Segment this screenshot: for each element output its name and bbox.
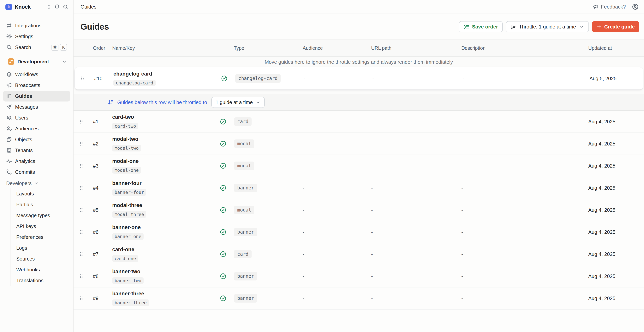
save-order-button[interactable]: Save order (459, 21, 502, 32)
guide-name-key: card-onecard-one (111, 247, 216, 262)
sidebar-item-preferences[interactable]: Preferences (10, 232, 70, 242)
sidebar-item-label: Guides (15, 93, 32, 99)
sidebar-item-layouts[interactable]: Layouts (10, 188, 70, 199)
drag-handle-cell (74, 251, 89, 257)
create-guide-button[interactable]: Create guide (592, 21, 640, 32)
breadcrumb[interactable]: Guides (80, 4, 96, 10)
guide-name-key: changelog-cardchangelog-card (112, 71, 217, 86)
guide-name-key: modal-threemodal-three (111, 202, 216, 218)
guide-name[interactable]: card-two (112, 114, 216, 120)
workspace-selector-icon[interactable] (46, 5, 52, 10)
guide-key: modal-two (112, 145, 141, 151)
guide-name-key: card-twocard-two (111, 114, 216, 129)
guide-type-cell: changelog-card (217, 74, 299, 83)
sidebar-item-audiences[interactable]: Audiences (3, 123, 70, 134)
sidebar-item-logs[interactable]: Logs (10, 242, 70, 253)
drag-handle-icon[interactable] (78, 295, 84, 301)
drag-handle-icon[interactable] (78, 207, 84, 213)
layers-icon (6, 72, 12, 77)
guide-description: - (459, 273, 584, 279)
guide-type-cell: modal (216, 206, 298, 214)
sidebar-item-webhooks[interactable]: Webhooks (10, 264, 70, 275)
throttle-setting-button[interactable]: Throttle: 1 guide at a time (506, 21, 589, 32)
guide-name-key: modal-twomodal-two (111, 136, 216, 151)
environment-icon (8, 58, 14, 65)
sidebar-item-settings[interactable]: Settings (3, 31, 70, 42)
column-header-url-path: URL path (370, 45, 459, 51)
guide-name[interactable]: banner-two (112, 269, 216, 275)
status-check-icon (220, 163, 226, 169)
sidebar-item-search[interactable]: Search⌘K (3, 42, 70, 53)
sidebar-item-message-types[interactable]: Message types (10, 210, 70, 221)
column-header-description: Description (459, 45, 584, 51)
guide-name[interactable]: banner-three (112, 291, 216, 297)
bell-icon[interactable] (54, 4, 60, 10)
drag-handle-cell (74, 163, 89, 169)
guide-name[interactable]: banner-one (112, 224, 216, 230)
guide-order: #6 (89, 229, 111, 235)
guide-updated-at: Aug 4, 2025 (584, 207, 644, 213)
sidebar-item-tenants[interactable]: Tenants (3, 145, 70, 156)
guide-order: #5 (89, 207, 111, 213)
search-shortcut: ⌘K (52, 44, 67, 51)
sidebar-item-guides[interactable]: Guides (3, 91, 70, 102)
account-menu-button[interactable] (632, 4, 638, 10)
guide-order: #10 (90, 76, 112, 82)
status-check-icon (220, 185, 226, 191)
sidebar-item-partials[interactable]: Partials (10, 199, 70, 210)
sidebar-item-messages[interactable]: Messages (3, 102, 70, 112)
guide-description: - (459, 229, 584, 235)
sidebar-item-users[interactable]: Users (3, 112, 70, 123)
save-order-label: Save order (472, 24, 498, 30)
throttle-amount-select[interactable]: 1 guide at a time (211, 97, 265, 108)
copy-icon (6, 137, 12, 142)
search-icon[interactable] (63, 4, 68, 10)
guide-url-path: - (370, 251, 459, 257)
drag-handle-cell (74, 119, 89, 124)
guide-name[interactable]: modal-two (112, 136, 216, 142)
developers-section-toggle[interactable]: Developers (3, 178, 70, 188)
sidebar-item-api-keys[interactable]: API keys (10, 221, 70, 232)
sidebar-item-commits[interactable]: Commits (3, 167, 70, 177)
guide-name[interactable]: changelog-card (114, 71, 217, 77)
drag-handle-icon[interactable] (78, 273, 84, 279)
feedback-button[interactable]: Feedback? (593, 4, 626, 10)
sidebar-item-analytics[interactable]: Analytics (3, 156, 70, 167)
commit-icon (6, 169, 12, 175)
guide-row: #2modal-twomodal-twomodal---Aug 4, 2025 (74, 133, 644, 155)
sidebar-item-workflows[interactable]: Workflows (3, 69, 70, 80)
sidebar-item-broadcasts[interactable]: Broadcasts (3, 80, 70, 91)
sidebar-item-integrations[interactable]: Integrations (3, 20, 70, 31)
drag-handle-icon[interactable] (78, 251, 84, 257)
guide-name[interactable]: modal-three (112, 202, 216, 208)
chevron-down-icon (256, 100, 260, 105)
person-check-icon (6, 126, 12, 132)
throttle-divider-text: Guides below this row will be throttled … (117, 99, 207, 105)
environment-switcher[interactable]: Development (3, 56, 70, 67)
guide-name[interactable]: card-one (112, 247, 216, 253)
guide-audience: - (298, 251, 370, 257)
feedback-label: Feedback? (601, 4, 626, 10)
drag-handle-cell (74, 141, 89, 146)
sidebar-item-label: Broadcasts (15, 82, 40, 88)
drag-handle-icon[interactable] (78, 229, 84, 235)
guide-name[interactable]: banner-four (112, 180, 216, 186)
guide-type-cell: card (216, 117, 298, 126)
drag-handle-icon[interactable] (78, 185, 84, 191)
sidebar-item-translations[interactable]: Translations (10, 275, 70, 286)
sidebar-item-sources[interactable]: Sources (10, 253, 70, 264)
sort-descending-icon (108, 99, 114, 105)
drag-handle-icon[interactable] (78, 163, 84, 169)
sidebar-item-objects[interactable]: Objects (3, 134, 70, 145)
drag-handle-icon[interactable] (78, 141, 84, 146)
guide-name[interactable]: modal-one (112, 158, 216, 164)
guide-key-badge: modal-two (112, 144, 216, 151)
guide-audience: - (298, 119, 370, 125)
page-title: Guides (80, 20, 109, 33)
guide-row: #1card-twocard-twocard---Aug 4, 2025 (74, 111, 644, 133)
drag-handle-icon[interactable] (78, 119, 84, 124)
guide-type-cell: banner (216, 294, 298, 302)
drag-handle-icon[interactable] (80, 76, 85, 81)
guide-type-badge: changelog-card (235, 74, 280, 83)
column-header-name-key: Name/Key (111, 45, 216, 51)
